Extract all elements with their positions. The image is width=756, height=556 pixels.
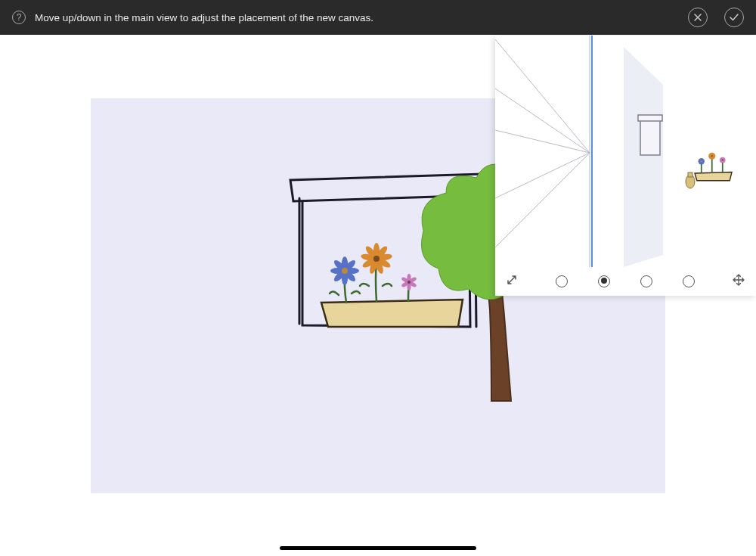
depth-dot-4[interactable]: [683, 275, 695, 287]
svg-point-8: [342, 268, 348, 274]
perspective-preview[interactable]: [495, 36, 756, 267]
confirm-button[interactable]: [724, 8, 744, 27]
depth-dot-3[interactable]: [640, 275, 652, 287]
help-icon[interactable]: ?: [12, 11, 26, 24]
svg-point-25: [407, 281, 411, 284]
close-icon: [693, 13, 702, 22]
svg-point-18: [373, 256, 380, 262]
svg-point-33: [722, 159, 723, 160]
help-icon-glyph: ?: [17, 12, 22, 23]
move-handle-button[interactable]: [732, 273, 745, 290]
svg-rect-26: [640, 119, 660, 155]
cancel-button[interactable]: [688, 8, 708, 27]
top-bar: ? Move up/down in the main view to adjus…: [0, 0, 756, 35]
move-icon: [732, 273, 745, 287]
depth-dot-1[interactable]: [556, 275, 568, 287]
svg-point-31: [711, 155, 713, 157]
svg-rect-35: [688, 172, 692, 177]
expand-diagonal-icon: [506, 274, 518, 286]
svg-point-29: [701, 160, 702, 162]
depth-dot-2[interactable]: [598, 275, 610, 287]
depth-dots: [556, 275, 695, 287]
home-indicator[interactable]: [280, 546, 476, 550]
check-icon: [729, 13, 739, 22]
svg-rect-27: [638, 115, 662, 121]
hint-text: Move up/down in the main view to adjust …: [35, 12, 671, 23]
perspective-artwork: [495, 36, 756, 267]
perspective-toolbar: [495, 267, 756, 296]
main-view[interactable]: [0, 35, 756, 556]
perspective-panel: [495, 36, 756, 296]
resize-handle-button[interactable]: [506, 274, 518, 289]
